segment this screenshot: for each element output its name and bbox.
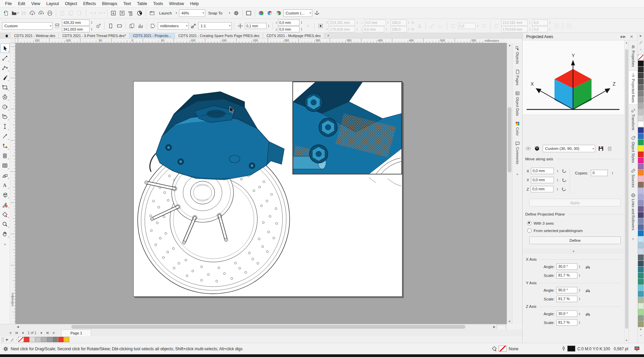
document-swatch-3[interactable] xyxy=(30,337,35,342)
dock-tab-pages[interactable]: Pages xyxy=(515,69,520,86)
document-swatch-8[interactable] xyxy=(58,337,64,342)
artistic-media-tool[interactable] xyxy=(0,73,10,82)
projected-axes-button[interactable] xyxy=(313,9,321,18)
right-tab-projected-axes[interactable]: Projected Axes xyxy=(629,70,637,105)
drawing-scale-combo[interactable]: 1:1▾ xyxy=(198,22,232,30)
palette-swatch-10[interactable] xyxy=(638,109,644,115)
palette-swatch-19[interactable] xyxy=(638,164,644,169)
zoom-level-combo[interactable]: 49%▾ xyxy=(179,9,205,17)
projected-shapes-tool[interactable] xyxy=(0,190,10,199)
rotation-center-fields-value-1[interactable]: 170,519 mm xyxy=(501,26,528,32)
move-x-field[interactable]: 0,0 mm xyxy=(531,168,554,174)
publish-pdf-button[interactable]: PDF xyxy=(127,9,135,18)
coil-tool[interactable] xyxy=(0,151,10,160)
spinner-arrows[interactable]: ▴▾ xyxy=(300,28,303,31)
horizontal-ruler[interactable]: millimeters 1501005005010015020025030035… xyxy=(15,38,507,43)
menu-object[interactable]: Object xyxy=(62,0,80,7)
home-tab-icon[interactable] xyxy=(0,33,11,38)
add-page-button[interactable] xyxy=(7,330,13,335)
spinner-arrows[interactable]: ▴▾ xyxy=(578,274,581,277)
protractor-icon[interactable] xyxy=(585,311,591,317)
launch-icon[interactable] xyxy=(148,9,156,18)
palette-swatch-9[interactable] xyxy=(638,103,644,109)
palette-flyout-icon[interactable]: ▶ xyxy=(638,34,644,37)
palette-swatch-18[interactable] xyxy=(638,158,644,163)
open-button[interactable]: ▾ xyxy=(11,9,19,18)
palette-swatch-20[interactable] xyxy=(638,170,644,175)
palette-swatch-16[interactable] xyxy=(638,145,644,151)
document-swatch-6[interactable] xyxy=(47,337,52,342)
spinner-arrows[interactable]: ▴▾ xyxy=(578,297,581,300)
current-page-button[interactable] xyxy=(137,22,145,30)
drawing-scale-icon[interactable] xyxy=(189,22,198,30)
palette-swatch-23[interactable] xyxy=(638,188,644,194)
palette-swatch-28[interactable] xyxy=(638,218,644,224)
palette-swatch-33[interactable] xyxy=(638,249,644,254)
pan-tool[interactable] xyxy=(0,229,10,238)
add-page-after-button[interactable] xyxy=(50,330,57,335)
document-tab-4[interactable]: CDTS 2021 - Creating Spare Parts Page PR… xyxy=(175,33,263,38)
palette-swatch-40[interactable] xyxy=(638,291,644,297)
spinner-arrows[interactable]: ▴▾ xyxy=(578,289,581,292)
object-position-fields-value-0[interactable]: 213,191 mm xyxy=(329,20,355,26)
document-tab-1[interactable]: CDTS 2021 - Webinar.des xyxy=(11,33,59,38)
view-top-button[interactable] xyxy=(257,9,265,18)
document-swatch-1[interactable] xyxy=(18,337,24,342)
nudge-field[interactable]: 0,1 mm▴▾ xyxy=(245,23,271,29)
palette-swatch-25[interactable] xyxy=(638,200,644,206)
add-right-docker-button[interactable]: + xyxy=(632,236,635,241)
spinner-arrows[interactable]: ▴▾ xyxy=(578,265,581,268)
rotation-angle-field-value[interactable]: 0,0 xyxy=(458,23,475,29)
dock-tab-color[interactable]: Color xyxy=(515,121,520,136)
axis-angle-field[interactable]: 30,0 ° xyxy=(557,311,577,317)
nudge-field-value[interactable]: 0,1 mm xyxy=(245,23,266,29)
rectangle-tool[interactable] xyxy=(0,83,10,92)
spinner-arrows[interactable]: ▴▾ xyxy=(476,24,479,27)
document-tab-5[interactable]: CDTS 2021 - Multipage PRES.des xyxy=(263,33,324,38)
palette-swatch-15[interactable] xyxy=(638,139,644,145)
menu-table[interactable]: Table xyxy=(134,0,150,7)
spinner-arrows[interactable]: ▴▾ xyxy=(90,21,94,24)
all-pages-button[interactable] xyxy=(128,22,136,30)
menu-edit[interactable]: Edit xyxy=(15,0,28,7)
object-size-fields-value-1[interactable]: 0,0 mm xyxy=(363,26,384,32)
spinner-arrows[interactable]: ▴▾ xyxy=(90,28,94,31)
protractor-icon[interactable] xyxy=(585,264,591,270)
horizontal-scrollbar[interactable]: ◀ ▶ xyxy=(15,324,507,329)
collapse-section-button[interactable]: ▲ xyxy=(523,249,624,254)
center-point-circle-tool[interactable] xyxy=(0,102,10,111)
document-swatch-4[interactable] xyxy=(35,337,41,342)
palette-swatch-35[interactable] xyxy=(638,261,644,266)
ellipse-tool[interactable] xyxy=(0,112,10,121)
scroll-right-button[interactable]: ▶ xyxy=(492,324,497,329)
palette-drag-handle[interactable] xyxy=(1,337,4,342)
scale-factor-fields-value-0[interactable]: 100,0 xyxy=(391,20,407,26)
palette-swatch-44[interactable] xyxy=(638,315,644,321)
basic-shapes-tool[interactable] xyxy=(0,170,10,180)
units-icon[interactable] xyxy=(149,22,157,30)
menu-layout[interactable]: Layout xyxy=(43,0,62,7)
line-tool[interactable] xyxy=(0,131,10,141)
right-tab-sources[interactable]: Sources xyxy=(629,166,637,190)
spinner-arrows[interactable]: ▴▾ xyxy=(556,169,560,172)
menu-view[interactable]: View xyxy=(28,0,43,7)
docker-scrollbar[interactable]: ▲ ▼ xyxy=(624,40,629,343)
docker-scroll-thumb[interactable] xyxy=(625,49,628,329)
table-tool[interactable] xyxy=(0,161,10,170)
document-tab-3[interactable]: CDTS 2021 - Projectio... xyxy=(130,33,175,38)
snap-to-combo[interactable]: Snap To▾ xyxy=(206,9,231,17)
palette-swatch-34[interactable] xyxy=(638,255,644,260)
drawing-page[interactable] xyxy=(133,81,402,297)
axes-preset-combo[interactable]: Custom (30, 90, 30) ▾ xyxy=(543,145,595,152)
view-preset-combo[interactable]: Custom (...▾ xyxy=(283,9,312,17)
spinner-arrows[interactable]: ▴▾ xyxy=(300,21,303,24)
spinner-arrows[interactable]: ▴▾ xyxy=(548,28,552,31)
dock-tab-object-data[interactable]: Object Data xyxy=(515,91,520,116)
with-3-axes-radio[interactable] xyxy=(527,221,532,225)
from-parallelogram-radio[interactable] xyxy=(527,228,532,233)
next-page-button[interactable] xyxy=(38,330,44,335)
horizontal-scroll-thumb[interactable] xyxy=(71,325,465,329)
palette-scroll-down-icon[interactable]: ▼ xyxy=(638,328,644,331)
palette-swatch-14[interactable] xyxy=(638,133,644,139)
autofit-page-button[interactable] xyxy=(94,22,102,30)
